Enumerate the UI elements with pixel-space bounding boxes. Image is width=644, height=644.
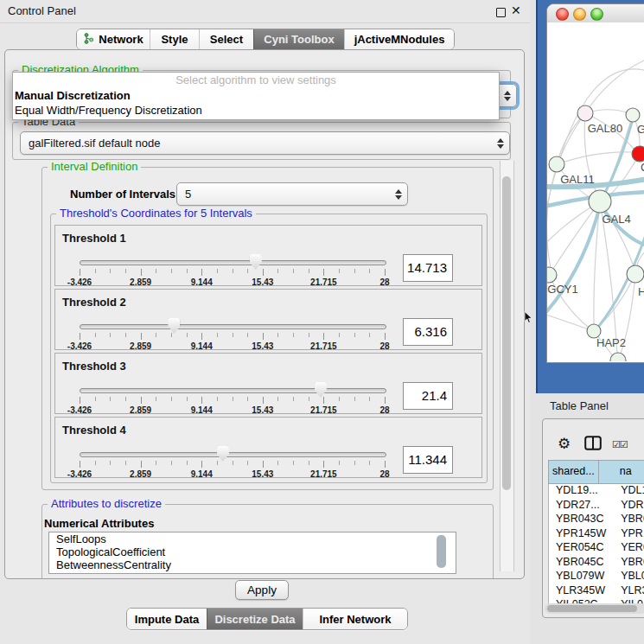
network-node-red-node[interactable] (632, 146, 644, 162)
list-item[interactable]: SelfLoops (56, 532, 456, 545)
tick-mark (247, 461, 248, 465)
network-node-top-right[interactable] (626, 108, 640, 122)
tick-label: 21.715 (310, 405, 337, 415)
table-scrollbar-thumb[interactable] (547, 605, 637, 612)
tick-mark (309, 397, 309, 401)
tick-mark (293, 269, 294, 273)
combo-arrows-icon (395, 189, 407, 200)
tick-mark (369, 461, 370, 465)
tick-mark (217, 461, 218, 465)
threshold-3-label: Threshold 3 (62, 360, 126, 373)
zoom-traffic-light-icon[interactable] (590, 8, 603, 21)
algorithm-dropdown-popup: Select algorithm to view settings Manual… (12, 72, 500, 120)
threshold-4-slider[interactable]: -3.4262.8599.14415.4321.71528 (80, 452, 386, 478)
dropdown-option-equal-width[interactable]: Equal Width/Frequency Discretization (13, 103, 499, 118)
tick-mark (354, 461, 355, 465)
network-node-GAL80[interactable] (577, 105, 593, 121)
tab-jactivemnodules[interactable]: jActiveMNodules (344, 29, 454, 49)
cell: YBL0 (621, 570, 644, 584)
column-header-shared[interactable]: shared... (549, 461, 599, 483)
tick-mark (293, 397, 294, 401)
node-label-GCY1: GCY1 (547, 283, 577, 296)
tab-infer-network[interactable]: Infer Network (303, 609, 407, 629)
cell: YDR2 (621, 499, 644, 513)
threshold-3-value-field[interactable]: 21.4 (403, 382, 453, 410)
close-traffic-light-icon[interactable] (556, 8, 569, 21)
list-scrollbar[interactable] (437, 535, 446, 568)
tab-select[interactable]: Select (199, 29, 253, 49)
threshold-1-box: Threshold 1 -3.4262.8599.14415.4321.7152… (54, 225, 482, 286)
threshold-4-value-field[interactable]: 11.344 (403, 446, 453, 474)
tick-mark (95, 333, 96, 337)
tick-mark (323, 269, 324, 276)
table-row[interactable]: YBR043CYBR0 (549, 513, 644, 527)
table-data-combobox[interactable]: galFiltered.sif default node (20, 131, 510, 155)
apply-button[interactable]: Apply (235, 580, 289, 600)
table-row[interactable]: YBR045CYBR0 (549, 556, 644, 571)
network-edge[interactable] (547, 209, 599, 315)
tick-mark (156, 269, 156, 273)
table-row[interactable]: YDL19...YDL1 (549, 484, 644, 499)
tick-mark (125, 397, 126, 401)
panel-scrollbar-thumb[interactable] (502, 176, 511, 490)
table-row[interactable]: YER054CYER0 (549, 541, 644, 556)
network-edge[interactable] (585, 59, 644, 113)
table-horizontal-scrollbar[interactable] (545, 603, 644, 614)
tab-network[interactable]: Network (77, 29, 150, 49)
number-of-intervals-combobox[interactable]: 5 (176, 182, 408, 206)
network-node-H-node[interactable] (627, 265, 644, 283)
threshold-2-slider[interactable]: -3.4262.8599.14415.4321.71528 (80, 324, 386, 350)
tick-mark (385, 269, 386, 276)
list-item[interactable]: TopologicalCoefficient (56, 545, 456, 558)
tab-cyni-toolbox-label: Cyni Toolbox (264, 33, 334, 46)
column-header-name[interactable]: na (599, 461, 644, 483)
thresholds-title: Threshold's Coordinates for 5 Intervals (56, 207, 256, 220)
numerical-attributes-list[interactable]: SelfLoops TopologicalCoefficient Between… (48, 532, 456, 574)
tab-cyni-toolbox[interactable]: Cyni Toolbox (253, 29, 344, 49)
tick-mark (187, 333, 188, 337)
cell: YPR1 (621, 527, 644, 542)
slider-thumb[interactable] (250, 254, 262, 270)
dropdown-option-manual[interactable]: Manual Discretization (13, 88, 499, 103)
tick-mark (293, 333, 294, 337)
tick-mark (385, 461, 386, 468)
network-node-GAL4[interactable] (589, 190, 611, 213)
threshold-1-slider[interactable]: -3.4262.8599.14415.4321.71528 (80, 260, 386, 286)
network-edge[interactable] (553, 201, 600, 269)
checkbox-icons[interactable]: ☑☑ (612, 439, 628, 450)
tab-impute-data[interactable]: Impute Data (127, 609, 207, 629)
tick-label: 28 (379, 405, 389, 415)
tab-discretize-data[interactable]: Discretize Data (207, 609, 303, 629)
slider-thumb[interactable] (168, 318, 180, 334)
table-row[interactable]: YPR145WYPR1 (549, 527, 644, 542)
minimize-traffic-light-icon[interactable] (573, 8, 586, 21)
table-row[interactable]: YLR345WYLR3 (549, 584, 644, 599)
network-node-GAL11[interactable] (549, 156, 564, 172)
network-edge[interactable] (547, 314, 594, 331)
tick-mark (339, 333, 340, 337)
tab-style[interactable]: Style (150, 29, 199, 49)
gear-icon[interactable]: ⚙ (558, 435, 571, 452)
slider-thumb[interactable] (217, 446, 229, 462)
float-window-icon[interactable] (496, 8, 506, 17)
threshold-2-value-field[interactable]: 6.316 (403, 318, 453, 346)
network-canvas[interactable]: GAL80GACGAL11GAL4GCY1HHAP2 (547, 22, 644, 361)
network-edge[interactable] (547, 119, 581, 268)
slider-ticks (80, 333, 385, 341)
table-row[interactable]: YBL079WYBL0 (549, 570, 644, 584)
table-row[interactable]: YDR27...YDR2 (549, 499, 644, 513)
network-window-titlebar[interactable] (547, 4, 644, 23)
threshold-1-value-field[interactable]: 14.713 (403, 254, 453, 282)
threshold-3-slider[interactable]: -3.4262.8599.14415.4321.71528 (80, 388, 386, 414)
tick-mark (171, 333, 172, 337)
split-columns-icon[interactable] (584, 436, 602, 454)
list-item[interactable]: BetweennessCentrality (56, 558, 456, 571)
network-node-GCY1[interactable] (547, 267, 557, 283)
threshold-2-label: Threshold 2 (62, 296, 126, 309)
tick-mark (233, 461, 233, 465)
slider-thumb[interactable] (315, 382, 327, 398)
close-icon[interactable]: ✕ (511, 3, 521, 17)
tick-mark (95, 461, 96, 465)
network-node-bottom-node[interactable] (610, 353, 626, 361)
panel-scrollbar[interactable] (500, 161, 514, 571)
